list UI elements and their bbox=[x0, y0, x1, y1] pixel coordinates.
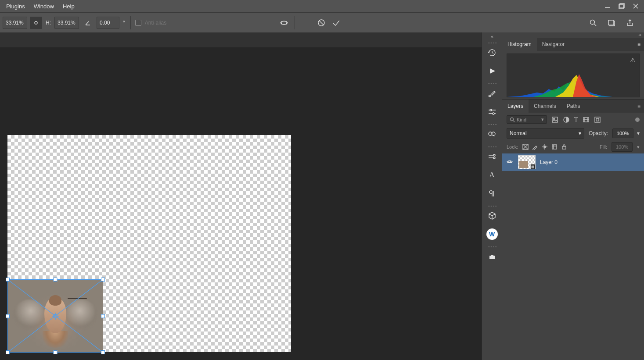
right-panel-stack: ›› Histogram Navigator ≡ ⚠ Layers Channe… bbox=[502, 32, 644, 360]
filter-toggle-icon[interactable] bbox=[635, 118, 640, 122]
collapse-panels-icon[interactable]: ›› bbox=[502, 32, 644, 38]
svg-point-6 bbox=[490, 109, 492, 111]
drag-grip[interactable] bbox=[487, 146, 497, 148]
drag-grip[interactable] bbox=[487, 83, 497, 85]
adjustments-panel-icon[interactable] bbox=[483, 104, 501, 119]
filter-shape-icon[interactable] bbox=[583, 116, 590, 123]
histogram-tab-bar: Histogram Navigator ≡ bbox=[502, 38, 644, 51]
filter-smart-icon[interactable] bbox=[594, 116, 601, 123]
bird-head-shape bbox=[49, 295, 61, 306]
menu-plugins[interactable]: Plugins bbox=[2, 1, 29, 11]
tail-shape bbox=[43, 331, 68, 348]
rotate-field[interactable]: 0.00 bbox=[97, 17, 119, 29]
panel-menu-icon[interactable]: ≡ bbox=[634, 103, 644, 109]
svg-rect-4 bbox=[608, 20, 614, 25]
menu-help[interactable]: Help bbox=[58, 1, 79, 11]
warp-mode-icon[interactable] bbox=[278, 17, 290, 29]
separator bbox=[130, 16, 131, 29]
filter-adjust-icon[interactable] bbox=[563, 116, 570, 123]
height-label: H: bbox=[45, 20, 52, 26]
document-canvas[interactable] bbox=[7, 135, 291, 352]
round-app-icon[interactable]: W bbox=[483, 227, 501, 242]
smart-object-badge-icon: ▦ bbox=[530, 164, 536, 169]
commit-transform-icon[interactable] bbox=[330, 17, 342, 29]
svg-point-10 bbox=[493, 154, 495, 156]
histogram-warning-icon[interactable]: ⚠ bbox=[630, 57, 636, 64]
document-tab-strip bbox=[0, 32, 482, 47]
layer-item[interactable]: ▦ Layer 0 bbox=[502, 153, 644, 171]
width-scale-field[interactable]: 33.91% bbox=[3, 17, 27, 29]
degree-label: ° bbox=[122, 20, 126, 26]
anti-alias-label: Anti-alias bbox=[144, 20, 167, 26]
fill-dropdown-icon[interactable]: ▾ bbox=[637, 144, 640, 150]
lock-icons bbox=[522, 144, 567, 150]
layer-thumbnail[interactable]: ▦ bbox=[518, 155, 536, 169]
filter-type-icon[interactable]: T bbox=[574, 116, 578, 123]
lock-artboard-icon[interactable] bbox=[551, 144, 558, 150]
workspace[interactable] bbox=[0, 32, 482, 360]
cancel-transform-icon[interactable] bbox=[315, 17, 327, 29]
3d-panel-icon[interactable] bbox=[483, 208, 501, 223]
properties-panel-icon[interactable] bbox=[483, 149, 501, 164]
anti-alias-checkbox[interactable] bbox=[135, 20, 141, 26]
svg-point-7 bbox=[493, 113, 494, 114]
lock-all-icon[interactable] bbox=[561, 144, 567, 150]
panel-menu-icon[interactable]: ≡ bbox=[634, 41, 644, 47]
blend-opacity-row: Normal▾ Opacity: 100% ▾ bbox=[502, 126, 644, 140]
histogram-panel: ⚠ bbox=[502, 51, 644, 99]
kind-label: Kind bbox=[517, 117, 526, 122]
history-panel-icon[interactable] bbox=[483, 45, 501, 60]
opacity-field[interactable]: 100% bbox=[612, 128, 633, 138]
screen-mode-icon[interactable] bbox=[605, 17, 618, 29]
layer-visibility-icon[interactable] bbox=[506, 158, 514, 167]
height-scale-field[interactable]: 33.91% bbox=[54, 17, 79, 29]
layer-list: ▦ Layer 0 bbox=[502, 153, 644, 360]
actions-panel-icon[interactable] bbox=[483, 64, 501, 78]
filter-image-icon[interactable] bbox=[551, 116, 558, 123]
svg-point-11 bbox=[493, 157, 495, 159]
placed-image[interactable] bbox=[7, 279, 103, 352]
svg-rect-16 bbox=[583, 118, 589, 122]
lock-paint-icon[interactable] bbox=[532, 144, 538, 150]
libraries-panel-icon[interactable] bbox=[483, 127, 501, 142]
tab-navigator[interactable]: Navigator bbox=[537, 38, 570, 51]
svg-point-3 bbox=[590, 20, 595, 24]
layer-filter-kind[interactable]: Kind ▾ bbox=[507, 115, 547, 124]
lock-position-icon[interactable] bbox=[542, 144, 548, 150]
brushes-panel-icon[interactable] bbox=[483, 86, 501, 101]
tab-layers[interactable]: Layers bbox=[502, 100, 529, 113]
lock-transparent-icon[interactable] bbox=[522, 144, 529, 150]
thumb-graphic bbox=[519, 161, 528, 168]
beak-shape bbox=[68, 298, 87, 299]
window-close-button[interactable] bbox=[630, 2, 641, 11]
options-bar: 33.91% H: 33.91% 0.00 ° Anti-alias bbox=[0, 12, 644, 32]
blend-mode-select[interactable]: Normal▾ bbox=[507, 128, 584, 139]
wing-left-shape bbox=[9, 295, 50, 335]
svg-rect-18 bbox=[596, 118, 599, 121]
menu-bar: Plugins Window Help bbox=[0, 0, 644, 12]
collapse-toggle-icon[interactable]: ‹‹ bbox=[482, 34, 502, 39]
share-icon[interactable] bbox=[624, 17, 636, 29]
opacity-label: Opacity: bbox=[588, 130, 609, 136]
link-aspect-icon[interactable] bbox=[30, 17, 42, 29]
fill-field[interactable]: 100% bbox=[612, 142, 633, 152]
histogram-display[interactable]: ⚠ bbox=[507, 53, 640, 97]
paragraph-panel-icon[interactable] bbox=[483, 186, 501, 201]
character-panel-icon[interactable]: A bbox=[483, 168, 501, 182]
drag-grip[interactable] bbox=[487, 205, 497, 207]
drag-grip[interactable] bbox=[487, 124, 497, 126]
window-maximize-button[interactable] bbox=[616, 2, 627, 11]
layer-name[interactable]: Layer 0 bbox=[540, 159, 558, 165]
assets-panel-icon[interactable] bbox=[483, 249, 501, 264]
drag-grip[interactable] bbox=[487, 246, 497, 248]
tab-histogram[interactable]: Histogram bbox=[502, 38, 537, 51]
window-minimize-button[interactable] bbox=[602, 2, 613, 11]
angle-icon bbox=[82, 17, 94, 29]
menu-window[interactable]: Window bbox=[29, 1, 58, 11]
search-icon bbox=[510, 117, 515, 122]
search-icon[interactable] bbox=[587, 17, 599, 29]
drag-grip[interactable] bbox=[487, 42, 497, 44]
tab-paths[interactable]: Paths bbox=[561, 100, 586, 113]
opacity-dropdown-icon[interactable]: ▾ bbox=[637, 130, 640, 136]
tab-channels[interactable]: Channels bbox=[529, 100, 561, 113]
